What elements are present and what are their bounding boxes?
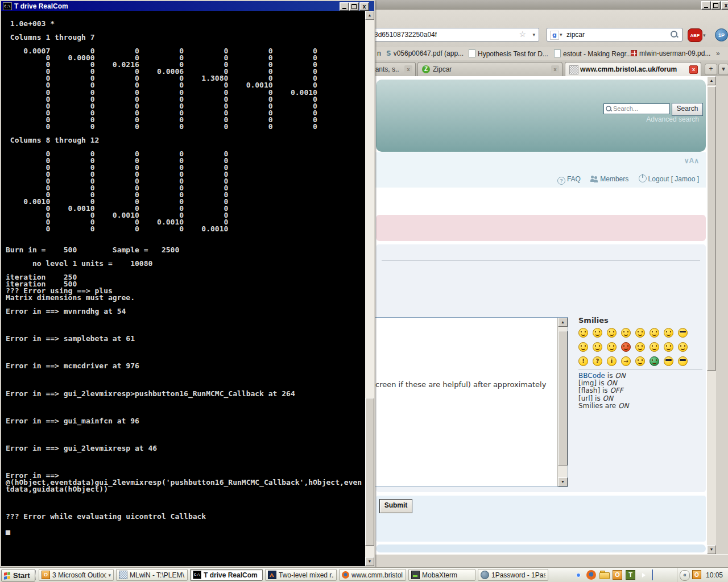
google-engine-icon[interactable]: g bbox=[550, 31, 559, 40]
submit-button[interactable]: Submit bbox=[379, 499, 412, 513]
bbcode-link[interactable]: BBCode bbox=[578, 372, 605, 380]
members-link[interactable]: Members bbox=[590, 175, 628, 183]
taskbar-separator bbox=[35, 570, 38, 580]
bookmark-item[interactable]: mlwin-userman-09.pd... bbox=[631, 49, 710, 57]
start-button[interactable]: Start bbox=[1, 569, 35, 582]
bookmark-star-icon[interactable]: ☆ bbox=[519, 30, 526, 39]
scroll-down-icon[interactable]: ▼ bbox=[365, 557, 374, 566]
outlook-icon[interactable]: O bbox=[613, 570, 622, 580]
taskbar-button-mlwin[interactable]: MLwiN - T:\PLEM\... bbox=[116, 569, 188, 581]
taskbar-button-1password[interactable]: 1Password - 1Pass... bbox=[478, 569, 548, 581]
smilie-mad-icon[interactable] bbox=[593, 342, 602, 352]
adblock-icon[interactable]: ABP bbox=[688, 28, 702, 42]
forum-page: Search... Search Advanced search ∨A∧ ?FA… bbox=[371, 76, 707, 554]
console-restore-button[interactable] bbox=[349, 2, 359, 11]
taskbar-button-mobaxterm[interactable]: MobaXterm bbox=[408, 569, 475, 581]
smilie-ugeek-icon[interactable] bbox=[678, 356, 688, 366]
forum-search-button[interactable]: Search bbox=[672, 103, 703, 116]
bookmark-item[interactable]: Sv056p00647.pdf (app... bbox=[386, 49, 464, 57]
address-url[interactable]: 3d65108732250a04f bbox=[374, 31, 437, 39]
scrollbar-thumb[interactable] bbox=[558, 331, 568, 465]
tab-cmm-forum-active[interactable]: www.cmm.bristol.ac.uk/forum •... x bbox=[565, 62, 701, 76]
scroll-up-icon[interactable]: ▲ bbox=[707, 76, 716, 85]
smilie-evil-icon[interactable] bbox=[650, 342, 659, 352]
window-icon[interactable] bbox=[652, 569, 653, 580]
smilie-razz-icon[interactable] bbox=[607, 342, 617, 352]
address-bar[interactable]: 3d65108732250a04f ☆ ▾ bbox=[370, 28, 539, 41]
browser-restore-button[interactable] bbox=[711, 1, 721, 10]
tray-chevron[interactable]: « bbox=[680, 570, 690, 581]
smilie-sad-icon[interactable] bbox=[635, 342, 645, 352]
engine-dropdown-icon[interactable]: ▾ bbox=[560, 32, 562, 38]
bookmark-item[interactable]: n bbox=[377, 49, 381, 57]
console-scrollbar[interactable]: ▲ ▼ bbox=[365, 11, 374, 566]
smilie-neutral-icon[interactable] bbox=[635, 356, 645, 366]
smilie-crying-icon[interactable] bbox=[664, 328, 673, 338]
tab-close-icon[interactable]: x bbox=[551, 65, 559, 73]
t-app-icon[interactable]: T bbox=[626, 570, 635, 580]
outlook-tray-icon[interactable]: O bbox=[692, 570, 701, 579]
new-tab-button[interactable]: + bbox=[705, 64, 717, 75]
tab-close-icon[interactable]: x bbox=[689, 65, 698, 74]
console-output-area[interactable]: 1.0e+003 * Columns 1 through 7 0.0007 0 … bbox=[1, 11, 365, 566]
members-icon bbox=[590, 176, 598, 182]
message-text: creen if these are helpful) after approx… bbox=[375, 380, 546, 389]
onepassword-icon[interactable]: 1P bbox=[715, 28, 728, 41]
smilie-twisted-evil-icon[interactable] bbox=[664, 342, 673, 352]
tab-label: Zipcar bbox=[433, 65, 452, 73]
smilie-arrow-icon[interactable]: → bbox=[621, 356, 631, 366]
advanced-search-link[interactable]: Advanced search bbox=[646, 115, 699, 123]
taskbar-button-outlook[interactable]: O 3 Microsoft Outlook ▾ bbox=[39, 569, 114, 581]
message-textarea[interactable]: creen if these are helpful) after approx… bbox=[371, 317, 568, 487]
console-titlebar[interactable]: C:\ T drive RealCom bbox=[1, 1, 374, 11]
smilie-confused-icon[interactable] bbox=[621, 328, 631, 338]
textarea-scrollbar[interactable]: ▲ ▼ bbox=[557, 318, 568, 487]
scroll-up-icon[interactable]: ▲ bbox=[558, 318, 568, 327]
smilie-rolleyes-icon[interactable] bbox=[678, 342, 688, 352]
scroll-up-icon[interactable]: ▲ bbox=[365, 11, 374, 20]
firefox-icon[interactable] bbox=[586, 570, 596, 580]
smilie-exclaim-icon[interactable]: ! bbox=[578, 356, 588, 366]
smilie-question-icon[interactable]: ? bbox=[593, 356, 602, 366]
search-query[interactable]: zipcar bbox=[566, 31, 585, 39]
faq-link[interactable]: ?FAQ bbox=[557, 175, 581, 183]
tab-list-dropdown[interactable]: ▾ bbox=[718, 64, 728, 75]
smilie-wink-icon[interactable] bbox=[607, 328, 617, 338]
bookmarks-overflow-chevron[interactable]: » bbox=[716, 49, 720, 57]
scrollbar-thumb[interactable] bbox=[365, 398, 374, 546]
browser-close-button[interactable]: x bbox=[721, 1, 728, 10]
smilie-smile-icon[interactable] bbox=[593, 328, 602, 338]
browser-scrollbar[interactable]: ▲ ▼ bbox=[707, 76, 716, 554]
scroll-down-icon[interactable]: ▼ bbox=[558, 477, 568, 487]
scroll-down-icon[interactable]: ▼ bbox=[707, 545, 716, 554]
tab-zipcar[interactable]: Z Zipcar x bbox=[417, 62, 562, 76]
scrollbar-thumb[interactable] bbox=[707, 86, 716, 371]
smilie-cool-icon[interactable] bbox=[678, 328, 688, 338]
logout-link[interactable]: Logout [ Jamoo ] bbox=[639, 175, 699, 183]
console-close-button[interactable]: x bbox=[359, 2, 369, 11]
smilie-mrgreen-icon[interactable] bbox=[650, 356, 659, 366]
smilie-eek-icon[interactable] bbox=[650, 328, 659, 338]
taskbar-button-matlab[interactable]: Two-level mixed r... bbox=[265, 569, 337, 581]
console-minimize-button[interactable] bbox=[340, 2, 349, 11]
text-size-widget[interactable]: ∨A∧ bbox=[684, 157, 699, 165]
smilie-embarrassed-icon[interactable] bbox=[621, 342, 631, 352]
adblock-dropdown-icon[interactable]: ▾ bbox=[703, 32, 706, 38]
browser-titlebar[interactable]: x bbox=[367, 0, 728, 10]
smilie-lol-icon[interactable] bbox=[578, 342, 588, 352]
smilie-biggrin-icon[interactable] bbox=[578, 328, 588, 338]
search-go-icon[interactable] bbox=[671, 31, 677, 38]
address-dropdown-icon[interactable]: ▾ bbox=[532, 32, 535, 38]
browser-minimize-button[interactable] bbox=[701, 1, 711, 10]
smilie-idea-icon[interactable]: i bbox=[607, 356, 617, 366]
taskbar-button-firefox-cmm[interactable]: www.cmm.bristol.... bbox=[339, 569, 406, 581]
smilies-grid: !?i→ bbox=[578, 328, 696, 366]
bookmark-item[interactable]: Hypothesis Test for D... bbox=[469, 49, 548, 58]
search-box[interactable]: g ▾ zipcar bbox=[547, 28, 682, 41]
forum-search-input[interactable]: Search... bbox=[603, 103, 670, 114]
smilie-geek-icon[interactable] bbox=[664, 356, 673, 366]
bookmark-item[interactable]: estout - Making Regr... bbox=[554, 49, 632, 58]
smilie-surprised-icon[interactable] bbox=[635, 328, 645, 338]
taskbar-button-realcom[interactable]: C:\ T drive RealCom bbox=[190, 569, 263, 581]
tab-close-icon[interactable]: x bbox=[404, 65, 412, 73]
